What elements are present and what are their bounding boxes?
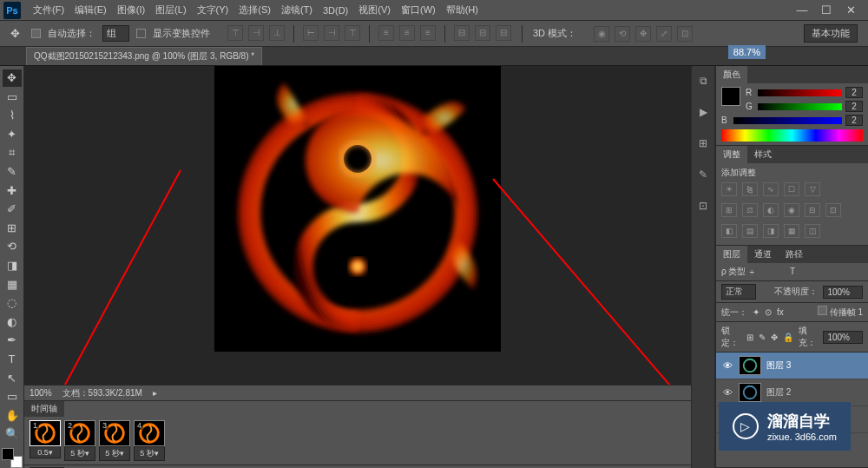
filter-icon[interactable]: [773, 266, 786, 278]
history-brush-tool[interactable]: ⟲: [3, 238, 22, 255]
heal-tool[interactable]: ✚: [3, 181, 22, 199]
paths-tab[interactable]: 路径: [779, 246, 810, 263]
frame-delay[interactable]: 5 秒▾: [99, 446, 130, 461]
adj-mixer-icon[interactable]: ⊟: [805, 203, 820, 217]
menu-select[interactable]: 选择(S): [233, 1, 276, 19]
blend-mode-dropdown[interactable]: 正常: [721, 284, 756, 300]
layer-thumbnail[interactable]: [739, 356, 761, 375]
propagate-checkbox[interactable]: [818, 306, 827, 315]
align-icon[interactable]: ⊣: [248, 25, 264, 41]
adj-gradient-icon[interactable]: ▦: [784, 224, 799, 238]
layer-name[interactable]: 图层 2: [766, 386, 791, 399]
styles-tab[interactable]: 样式: [747, 146, 779, 163]
adj-levels-icon[interactable]: ⧎: [742, 182, 758, 196]
menu-image[interactable]: 图像(I): [112, 1, 150, 19]
r-slider[interactable]: [758, 89, 842, 96]
properties-icon[interactable]: ⊞: [695, 135, 711, 151]
dist-icon[interactable]: ≡: [378, 25, 394, 41]
b-value[interactable]: 2: [845, 115, 863, 126]
r-value[interactable]: 2: [845, 87, 863, 98]
align-icon[interactable]: ⊥: [269, 25, 285, 41]
menu-layer[interactable]: 图层(L): [150, 1, 191, 19]
show-transform-checkbox[interactable]: [136, 29, 146, 38]
status-zoom[interactable]: 100%: [30, 388, 52, 398]
brushpresets-icon[interactable]: ⊡: [695, 198, 711, 214]
adjustments-tab[interactable]: 调整: [716, 146, 747, 163]
b-slider[interactable]: [733, 117, 842, 124]
opacity-value[interactable]: 100%: [823, 286, 863, 299]
unify-icon[interactable]: ✦: [753, 307, 760, 317]
g-slider[interactable]: [758, 103, 842, 110]
eyedropper-tool[interactable]: ✎: [3, 163, 22, 181]
minimize-button[interactable]: —: [793, 4, 811, 16]
maximize-button[interactable]: ☐: [818, 4, 835, 16]
align-icon[interactable]: ⊣: [324, 25, 339, 41]
marquee-tool[interactable]: ▭: [3, 89, 22, 106]
filter-icon[interactable]: [758, 266, 770, 278]
stamp-tool[interactable]: ⊞: [3, 220, 22, 237]
pen-tool[interactable]: ✒: [3, 332, 22, 349]
brush-icon[interactable]: ✎: [695, 167, 711, 182]
timeline-frame[interactable]: 2 5 秒▾: [64, 420, 95, 461]
3d-icon[interactable]: ⟲: [615, 26, 630, 42]
canvas[interactable]: [214, 66, 501, 352]
visibility-icon[interactable]: 👁: [721, 386, 733, 399]
dist-icon[interactable]: ≡: [399, 25, 415, 41]
crop-tool[interactable]: ⌗: [3, 144, 22, 161]
adj-hue-icon[interactable]: ⊞: [721, 203, 737, 217]
dist-icon[interactable]: ⊟: [475, 25, 490, 41]
filter-icon[interactable]: [820, 266, 832, 278]
adj-bw-icon[interactable]: ◐: [763, 203, 779, 217]
status-arrow-icon[interactable]: ▸: [153, 388, 157, 398]
timeline-frame[interactable]: 3 5 秒▾: [99, 420, 130, 461]
wand-tool[interactable]: ✦: [3, 126, 22, 143]
zoom-tool[interactable]: 🔍: [3, 425, 22, 443]
3d-icon[interactable]: ◉: [594, 26, 609, 42]
unify-icon[interactable]: ⊙: [765, 307, 772, 317]
adj-photo-icon[interactable]: ◉: [784, 203, 799, 217]
g-value[interactable]: 2: [845, 101, 863, 112]
adj-lookup-icon[interactable]: ⊡: [825, 203, 841, 217]
adj-poster-icon[interactable]: ▤: [742, 224, 758, 238]
adj-balance-icon[interactable]: ⚖: [742, 203, 758, 217]
color-tab[interactable]: 颜色: [716, 66, 747, 83]
lock-icon[interactable]: ⊞: [746, 333, 753, 342]
menu-help[interactable]: 帮助(H): [441, 1, 483, 19]
path-tool[interactable]: ↖: [3, 369, 22, 386]
layer-thumbnail[interactable]: [739, 383, 761, 402]
filter-icon[interactable]: [805, 266, 817, 278]
lasso-tool[interactable]: ⌇: [3, 107, 22, 124]
align-icon[interactable]: ⊤: [227, 25, 243, 41]
3d-icon[interactable]: ⤢: [656, 26, 672, 42]
adj-brightness-icon[interactable]: ☀: [721, 182, 737, 196]
dist-icon[interactable]: ⊟: [454, 25, 470, 41]
adj-curves-icon[interactable]: ∿: [763, 182, 779, 196]
filter-icon[interactable]: T: [789, 266, 801, 278]
lock-icon[interactable]: ✥: [771, 333, 778, 342]
timeline-frame[interactable]: 4 5 秒▾: [134, 420, 165, 461]
adj-invert-icon[interactable]: ◧: [721, 224, 737, 238]
lock-icon[interactable]: ✎: [759, 333, 766, 342]
gradient-tool[interactable]: ▦: [3, 275, 22, 293]
brush-tool[interactable]: ✐: [3, 201, 22, 218]
unify-icon[interactable]: fx: [777, 307, 784, 317]
eraser-tool[interactable]: ◨: [3, 257, 22, 274]
dist-icon[interactable]: ≡: [420, 25, 436, 41]
adj-exposure-icon[interactable]: ☐: [784, 182, 799, 196]
color-swatches[interactable]: [2, 448, 23, 468]
dist-icon[interactable]: ⊟: [496, 25, 511, 41]
menu-3d[interactable]: 3D(D): [318, 3, 353, 18]
workspace-switcher[interactable]: 基本功能: [804, 24, 858, 43]
status-doc-size[interactable]: 文档：593.3K/2.81M: [62, 387, 142, 399]
channels-tab[interactable]: 通道: [747, 246, 779, 263]
type-tool[interactable]: T: [3, 351, 22, 368]
actions-icon[interactable]: ▶: [695, 104, 711, 120]
color-ramp[interactable]: [721, 129, 863, 142]
hand-tool[interactable]: ✋: [3, 406, 22, 424]
menu-view[interactable]: 视图(V): [353, 1, 396, 19]
adj-threshold-icon[interactable]: ◨: [763, 224, 779, 238]
auto-select-dropdown[interactable]: 组: [102, 25, 129, 42]
dodge-tool[interactable]: ◐: [3, 313, 22, 331]
adj-vibrance-icon[interactable]: ▽: [805, 182, 820, 196]
align-icon[interactable]: ⊤: [345, 25, 360, 41]
